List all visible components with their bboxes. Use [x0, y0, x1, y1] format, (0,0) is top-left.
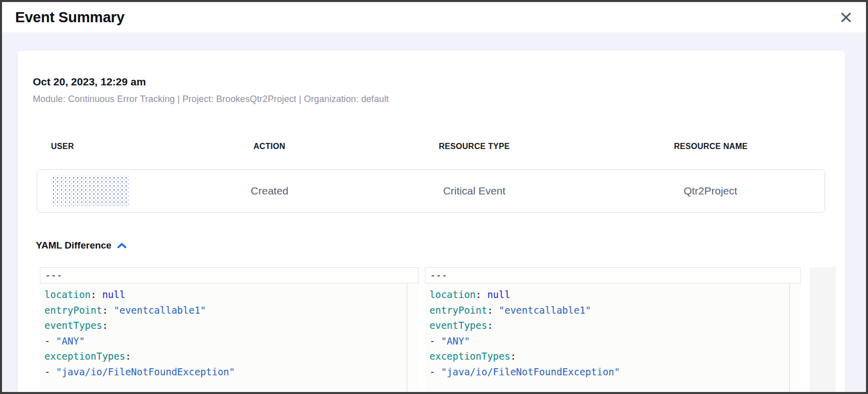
- column-header-resource-name: RESOURCE NAME: [596, 142, 825, 151]
- code-line: - "java/io/FileNotFoundException": [44, 364, 418, 380]
- pane-divider-line: [789, 283, 790, 394]
- yaml-code: location: nullentryPoint: "eventcallable…: [40, 283, 418, 379]
- code-line: exceptionTypes:: [44, 349, 418, 364]
- yaml-difference-label: YAML Difference: [36, 240, 112, 251]
- resource-type-cell: Critical Event: [352, 185, 596, 197]
- table-row: Created Critical Event Qtr2Project: [37, 169, 825, 213]
- user-redacted-pattern: [51, 176, 129, 206]
- code-line: entryPoint: "eventcallable1": [429, 303, 801, 318]
- modal-header: Event Summary: [2, 2, 866, 33]
- yaml-divider-band: ---: [40, 267, 418, 283]
- scrollbar-track[interactable]: [790, 283, 801, 394]
- code-line: eventTypes:: [429, 318, 801, 333]
- merge-scrollbar-track[interactable]: [809, 267, 836, 394]
- yaml-divider-band: ---: [425, 267, 801, 283]
- code-line: exceptionTypes:: [429, 349, 801, 364]
- event-summary-modal: { "modal": { "title": "Event Summary", "…: [0, 0, 868, 394]
- action-cell: Created: [187, 185, 352, 197]
- scrollbar-track[interactable]: [407, 283, 418, 394]
- resource-name-cell: Qtr2Project: [596, 185, 825, 197]
- yaml-code: location: nullentryPoint: "eventcallable…: [425, 283, 801, 379]
- yaml-pane-left[interactable]: --- location: nullentryPoint: "eventcall…: [40, 267, 418, 394]
- modal-body: Oct 20, 2023, 12:29 am Module: Continuou…: [2, 34, 866, 392]
- yaml-pane-right[interactable]: --- location: nullentryPoint: "eventcall…: [425, 267, 801, 394]
- audit-table-header: USER ACTION RESOURCE TYPE RESOURCE NAME: [37, 142, 825, 151]
- event-summary-card: Oct 20, 2023, 12:29 am Module: Continuou…: [17, 50, 846, 394]
- close-button[interactable]: [837, 8, 855, 26]
- event-timestamp: Oct 20, 2023, 12:29 am: [33, 51, 825, 88]
- yaml-divider-line: ---: [430, 270, 447, 281]
- code-line: entryPoint: "eventcallable1": [44, 303, 418, 318]
- event-context: Module: Continuous Error Tracking | Proj…: [33, 94, 825, 105]
- column-header-resource-type: RESOURCE TYPE: [352, 142, 596, 151]
- page-title: Event Summary: [15, 9, 125, 26]
- code-line: - "java/io/FileNotFoundException": [429, 364, 801, 380]
- code-line: - "ANY": [44, 333, 418, 349]
- close-icon: [841, 13, 851, 22]
- yaml-difference-toggle[interactable]: YAML Difference: [36, 240, 127, 251]
- column-header-user: USER: [37, 142, 187, 151]
- user-cell: [37, 176, 187, 206]
- pane-divider-line: [407, 283, 407, 394]
- code-line: eventTypes:: [44, 318, 418, 333]
- yaml-divider-line: ---: [45, 270, 62, 281]
- column-header-action: ACTION: [187, 142, 352, 151]
- chevron-up-icon: [117, 242, 127, 249]
- code-line: location: null: [429, 287, 801, 303]
- code-line: - "ANY": [429, 333, 801, 349]
- code-line: location: null: [44, 287, 418, 303]
- yaml-diff-panels: --- location: nullentryPoint: "eventcall…: [40, 267, 825, 394]
